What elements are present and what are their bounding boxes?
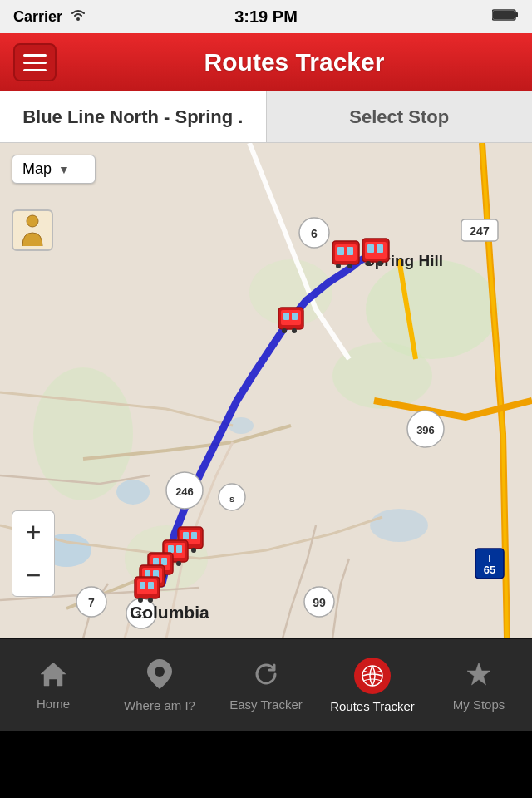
- svg-point-0: [76, 17, 80, 21]
- chevron-down-icon: ▼: [58, 163, 70, 176]
- tab-my-stops[interactable]: My Stops: [426, 639, 532, 732]
- svg-rect-2: [493, 11, 515, 19]
- menu-line-1: [23, 54, 47, 57]
- svg-text:65: 65: [484, 564, 495, 576]
- tab-bar: Home Where am I? Easy Tracker: [0, 638, 532, 732]
- bus-stop-3[interactable]: [278, 308, 303, 333]
- tab-home-label: Home: [37, 697, 70, 711]
- home-icon: [39, 661, 67, 692]
- svg-text:s: s: [229, 494, 234, 504]
- bus-stop-2[interactable]: [362, 239, 389, 266]
- tab-where-am-i[interactable]: Where am I?: [106, 639, 213, 732]
- bus-stop-8[interactable]: [135, 577, 160, 603]
- segment-tab-stop[interactable]: Select Stop: [267, 91, 533, 142]
- tab-easy-tracker[interactable]: Easy Tracker: [213, 639, 319, 732]
- svg-point-4: [27, 215, 38, 227]
- location-pin-icon: [147, 659, 172, 693]
- svg-text:396: 396: [416, 424, 435, 436]
- svg-rect-68: [153, 558, 159, 565]
- map-area[interactable]: Map ▼ + −: [0, 143, 532, 638]
- svg-point-41: [347, 264, 352, 268]
- zoom-controls: + −: [12, 510, 55, 597]
- svg-rect-38: [337, 247, 344, 255]
- svg-rect-62: [168, 545, 174, 553]
- svg-rect-45: [377, 244, 383, 253]
- tab-home[interactable]: Home: [0, 639, 106, 732]
- svg-point-47: [377, 261, 382, 266]
- svg-rect-69: [161, 558, 167, 565]
- zoom-out-button[interactable]: −: [12, 554, 55, 597]
- svg-rect-44: [367, 244, 374, 253]
- svg-point-13: [370, 509, 428, 542]
- svg-text:247: 247: [470, 224, 490, 238]
- map-canvas: 6 247 396 246 7 99 I 65 31 s Spring Hill…: [0, 143, 532, 638]
- time-display: 3:19 PM: [234, 7, 298, 27]
- svg-text:99: 99: [313, 596, 326, 609]
- svg-text:I: I: [489, 554, 491, 564]
- header-title: Routes Tracker: [70, 48, 519, 76]
- svg-rect-51: [292, 313, 298, 320]
- bus-stop-1[interactable]: [332, 241, 359, 268]
- tab-my-stops-label: My Stops: [453, 697, 505, 712]
- zoom-in-button[interactable]: +: [12, 510, 55, 554]
- svg-point-12: [116, 480, 150, 505]
- svg-text:6: 6: [311, 227, 318, 240]
- svg-rect-3: [515, 12, 518, 17]
- segment-tab-route[interactable]: Blue Line North - Spring .: [0, 91, 267, 142]
- star-icon: [465, 660, 493, 692]
- person-icon[interactable]: [12, 209, 53, 251]
- svg-point-65: [176, 561, 181, 566]
- map-type-dropdown[interactable]: Map ▼: [12, 155, 96, 184]
- svg-rect-39: [347, 247, 353, 255]
- svg-point-46: [366, 261, 371, 266]
- routes-tracker-icon: [354, 658, 391, 694]
- tab-routes-tracker[interactable]: Routes Tracker: [319, 639, 426, 732]
- svg-point-83: [148, 598, 153, 603]
- tab-easy-tracker-label: Easy Tracker: [229, 697, 303, 712]
- battery-icon: [492, 8, 519, 26]
- wifi-icon: [69, 8, 87, 26]
- tab-routes-tracker-label: Routes Tracker: [330, 699, 415, 713]
- svg-rect-81: [148, 582, 154, 589]
- menu-button[interactable]: [13, 43, 57, 81]
- svg-point-84: [155, 667, 165, 677]
- svg-text:Columbia: Columbia: [130, 603, 209, 622]
- refresh-icon: [252, 660, 280, 692]
- svg-rect-63: [176, 545, 182, 553]
- svg-point-85: [362, 666, 382, 686]
- menu-line-2: [23, 62, 47, 64]
- svg-text:7: 7: [88, 596, 95, 609]
- svg-text:246: 246: [175, 485, 194, 498]
- svg-point-53: [292, 328, 297, 333]
- svg-rect-57: [191, 532, 197, 539]
- svg-point-59: [191, 548, 196, 553]
- svg-rect-56: [183, 532, 189, 539]
- svg-point-82: [138, 598, 143, 603]
- segment-bar: Blue Line North - Spring . Select Stop: [0, 91, 532, 143]
- map-type-label: Map: [22, 160, 52, 178]
- header: Routes Tracker: [0, 33, 532, 91]
- tab-where-am-i-label: Where am I?: [124, 698, 195, 712]
- menu-line-3: [23, 69, 47, 71]
- carrier-label: Carrier: [13, 8, 62, 26]
- svg-rect-50: [283, 313, 289, 320]
- status-bar: Carrier 3:19 PM: [0, 0, 532, 33]
- svg-point-40: [336, 264, 341, 268]
- svg-rect-80: [140, 582, 145, 589]
- svg-point-52: [282, 328, 287, 333]
